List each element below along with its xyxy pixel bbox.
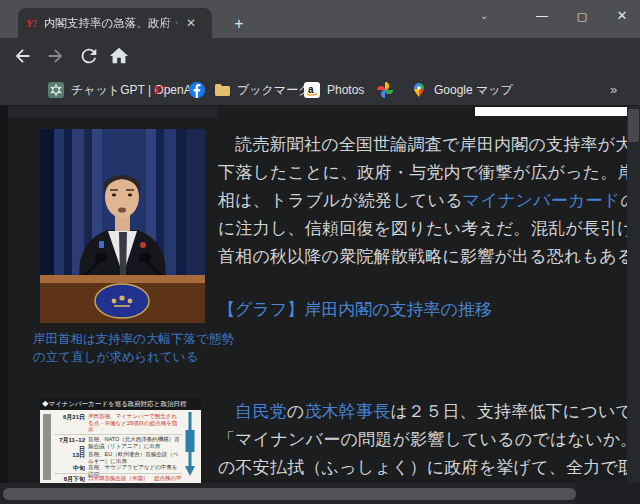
- bookmark-chatgpt-label: チャットGPT | OpenAI: [71, 82, 195, 99]
- bookmarks-bar: チャットGPT | OpenAI Y! ブックマーク a Photos: [0, 74, 640, 106]
- article-line: 読売新聞社の全国世論調査で岸田内閣の支持率が大幅: [218, 133, 634, 162]
- openai-icon: [48, 82, 64, 98]
- bookmark-google-maps[interactable]: Google マップ: [411, 80, 513, 100]
- timeline-text: 岸田首相、マイナンバーで懸念される点・不備など29項目の総点検を指示: [88, 413, 182, 433]
- folder-icon: [214, 82, 230, 98]
- bookmark-folder-label: ブックマーク: [237, 82, 310, 99]
- mynumber-card-link[interactable]: マイナンバーカード: [463, 191, 621, 210]
- browser-window: Y! 内閣支持率の急落、政府・与党内に ✕ + ⌄ — ▢ ✕ news.yah…: [0, 0, 640, 504]
- graph-link[interactable]: 【グラフ】岸田内閣の支持率の推移: [218, 298, 492, 321]
- timeline-date: 8月下旬: [54, 475, 88, 483]
- reload-button[interactable]: [78, 45, 100, 67]
- content-left-edge: [0, 106, 8, 483]
- bookmark-maps-label: Google マップ: [434, 82, 513, 99]
- timeline-text: 日米韓首脳会談（米国） 総点検の中間報告: [88, 475, 182, 483]
- home-button[interactable]: [108, 45, 130, 67]
- timeline-separator: [54, 473, 182, 474]
- bookmark-facebook[interactable]: [189, 80, 205, 100]
- vertical-scrollbar[interactable]: [627, 106, 640, 483]
- bookmark-amazon-photos[interactable]: a Photos: [304, 80, 364, 100]
- new-tab-button[interactable]: +: [228, 13, 250, 35]
- page-content: 岸田首相は支持率の大幅下落で態勢 の立て直しが求められている ◆マイナンバーカー…: [0, 106, 640, 483]
- timeline-text: 首相、EU（欧州連合）首脳会談（ベルギー）に出席: [88, 451, 182, 464]
- horizontal-scrollbar-thumb[interactable]: [3, 488, 576, 500]
- bookmark-amazon-label: Photos: [327, 83, 364, 97]
- svg-text:a: a: [308, 84, 314, 95]
- photo-caption-line1[interactable]: 岸田首相は支持率の大幅下落で態勢: [33, 330, 234, 348]
- facebook-icon: [189, 82, 205, 98]
- photo-caption-line2[interactable]: の立て直しが求められている: [33, 348, 198, 366]
- back-button[interactable]: [12, 45, 34, 67]
- amazon-icon: a: [304, 82, 320, 98]
- article-line: の不安払拭（ふっしょく）に政府を挙げて、全力で取り: [218, 456, 634, 483]
- tab-search-chevron-icon[interactable]: ⌄: [480, 10, 488, 21]
- timeline-title: ◆マイナンバーカードを巡る政府対応と政治日程: [40, 398, 201, 410]
- article-line: 「マイナンバーの問題が影響しているのではないか。国: [218, 428, 634, 457]
- window-minimize-button[interactable]: —: [522, 0, 562, 34]
- article-line: 相は、トラブルが続発しているマイナンバーカードの対: [218, 189, 634, 218]
- ldp-link[interactable]: 自民党: [235, 402, 287, 421]
- article-photo-kishida[interactable]: [40, 129, 205, 323]
- bookmark-yahoo[interactable]: Y!: [153, 80, 166, 100]
- tab-strip: Y! 内閣支持率の急落、政府・与党内に ✕ + ⌄ — ▢ ✕: [0, 0, 640, 38]
- article-line: 下落したことに、政府・与党内で衝撃が広がった。岸田: [218, 161, 634, 190]
- bookmark-chatgpt[interactable]: チャットGPT | OpenAI: [48, 80, 195, 100]
- timeline-row: 6月21日 岸田首相、マイナンバーで懸念される点・不備など29項目の総点検を指示: [54, 413, 182, 433]
- yahoo-favicon-icon: Y!: [26, 17, 37, 29]
- yahoo-japan-icon: Y!: [153, 82, 166, 98]
- bookmarks-overflow-icon[interactable]: »: [610, 80, 617, 100]
- timeline-arrow-icon: [185, 412, 195, 476]
- forward-button[interactable]: [44, 45, 66, 67]
- article-line: 首相の秋以降の衆院解散戦略に影響が出る恐れもある。: [218, 245, 634, 274]
- google-maps-pin-icon: [411, 82, 427, 98]
- window-maximize-button[interactable]: ▢: [562, 0, 602, 34]
- timeline-date: 13日: [54, 451, 88, 464]
- article-image-timeline[interactable]: ◆マイナンバーカードを巡る政府対応と政治日程 6月21日 岸田首相、マイナンバー…: [40, 398, 201, 483]
- timeline-row: 13日 首相、EU（欧州連合）首脳会談（ベルギー）に出席: [54, 451, 182, 464]
- tab-title: 内閣支持率の急落、政府・与党内に: [44, 16, 184, 31]
- bookmark-folder[interactable]: ブックマーク: [214, 80, 310, 100]
- google-photos-icon: [377, 82, 393, 98]
- article-line: 自民党の茂木幹事長は２５日、支持率低下について、: [218, 400, 634, 429]
- vertical-scrollbar-thumb[interactable]: [628, 109, 639, 142]
- motegi-link[interactable]: 茂木幹事長: [304, 402, 390, 421]
- timeline-separator: [54, 434, 182, 435]
- timeline-body: 6月21日 岸田首相、マイナンバーで懸念される点・不備など29項目の総点検を指示…: [40, 410, 201, 483]
- active-tab[interactable]: Y! 内閣支持率の急落、政府・与党内に ✕: [18, 8, 212, 38]
- horizontal-scrollbar-track[interactable]: [576, 483, 640, 504]
- timeline-date: 6月21日: [54, 413, 88, 433]
- tab-close-icon[interactable]: ✕: [186, 16, 196, 30]
- article-line: に注力し、信頼回復を図りたい考えだ。混乱が長引けば: [218, 217, 634, 246]
- browser-toolbar: news.yahoo.co.jp/ar… b: [0, 38, 640, 74]
- bookmark-google-photos[interactable]: [377, 80, 393, 100]
- clipped-white-element: [475, 107, 627, 116]
- window-close-button[interactable]: ✕: [602, 0, 640, 34]
- content-top-band: [8, 106, 218, 118]
- timeline-side-bar: [43, 414, 51, 480]
- timeline-row: 8月下旬 日米韓首脳会談（米国） 総点検の中間報告: [54, 475, 182, 483]
- horizontal-scrollbar[interactable]: [0, 483, 640, 504]
